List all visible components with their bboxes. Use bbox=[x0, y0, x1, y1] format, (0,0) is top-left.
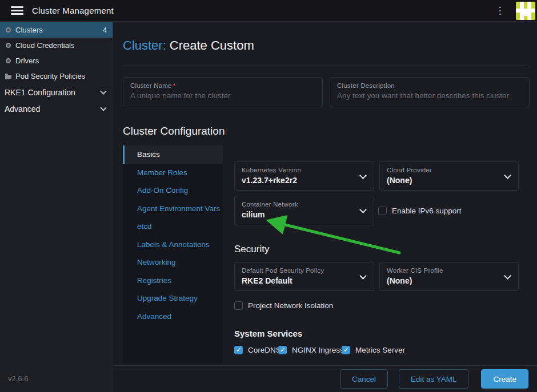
cluster-name-placeholder: A unique name for the cluster bbox=[130, 91, 315, 100]
security-heading: Security bbox=[234, 244, 269, 255]
coredns-label: CoreDNS bbox=[248, 346, 281, 354]
sidebar-item-label: Drivers bbox=[15, 56, 39, 65]
cluster-description-label: Cluster Description bbox=[337, 82, 522, 89]
create-button[interactable]: Create bbox=[481, 369, 528, 389]
credential-icon bbox=[5, 42, 11, 49]
worker-cis-profile-label: Worker CIS Profile bbox=[387, 267, 511, 274]
tab-registries[interactable]: Registries bbox=[123, 272, 223, 290]
page-title-name: Create Custom bbox=[170, 38, 254, 52]
tab-labels-annotations[interactable]: Labels & Annotations bbox=[123, 236, 223, 254]
checkbox-icon bbox=[342, 346, 350, 354]
pod-security-policy-value: RKE2 Default bbox=[242, 276, 367, 285]
kubernetes-version-value: v1.23.7+rke2r2 bbox=[242, 176, 367, 185]
divider bbox=[123, 66, 528, 66]
sidebar-item-label: Cloud Credentials bbox=[15, 41, 74, 50]
checkbox-icon bbox=[234, 301, 243, 310]
nginx-ingress-label: NGINX Ingress bbox=[292, 346, 344, 354]
kubernetes-version-label: Kubernetes Version bbox=[242, 167, 367, 173]
enable-ipv6-checkbox[interactable]: Enable IPv6 support bbox=[378, 207, 462, 215]
metrics-server-checkbox[interactable]: Metrics Server bbox=[342, 346, 405, 354]
tab-basics[interactable]: Basics bbox=[123, 146, 223, 164]
coredns-checkbox[interactable]: CoreDNS bbox=[234, 346, 281, 354]
sidebar-item-label: Clusters bbox=[15, 26, 43, 34]
checkbox-icon bbox=[278, 346, 287, 354]
cloud-provider-select[interactable]: Cloud Provider (None) bbox=[379, 161, 519, 191]
container-network-label: Container Network bbox=[242, 201, 367, 208]
app-title: Cluster Management bbox=[32, 6, 114, 15]
cluster-configuration-heading: Cluster Configuration bbox=[123, 125, 225, 138]
nginx-ingress-checkbox[interactable]: NGINX Ingress bbox=[278, 346, 344, 354]
project-network-isolation-checkbox[interactable]: Project Network Isolation bbox=[234, 301, 333, 310]
config-tab-strip: Basics Member Roles Add-On Config Agent … bbox=[123, 146, 223, 363]
sidebar-group-rke1-configuration[interactable]: RKE1 Configuration bbox=[0, 84, 113, 100]
folder-icon bbox=[5, 73, 11, 80]
sidebar-group-label: RKE1 Configuration bbox=[5, 88, 75, 97]
sidebar-item-pod-security-policies[interactable]: Pod Security Policies bbox=[0, 68, 113, 84]
chevron-down-icon bbox=[100, 88, 106, 94]
top-bar: Cluster Management ⋮ bbox=[0, 0, 537, 22]
sidebar-item-clusters[interactable]: Clusters 4 bbox=[0, 22, 113, 38]
pod-security-policy-label: Default Pod Security Policy bbox=[242, 267, 367, 274]
enable-ipv6-label: Enable IPv6 support bbox=[392, 207, 462, 215]
main-content: Cluster:Create Custom Cluster Name* A un… bbox=[114, 22, 537, 365]
kebab-menu-icon[interactable]: ⋮ bbox=[492, 0, 508, 22]
cluster-icon bbox=[5, 27, 11, 34]
container-network-select[interactable]: Container Network cilium bbox=[234, 196, 374, 225]
cluster-name-input[interactable]: Cluster Name* A unique name for the clus… bbox=[123, 77, 323, 107]
tab-upgrade-strategy[interactable]: Upgrade Strategy bbox=[123, 289, 223, 308]
sidebar-group-advanced[interactable]: Advanced bbox=[0, 100, 113, 117]
tab-add-on-config[interactable]: Add-On Config bbox=[123, 181, 223, 200]
required-asterisk: * bbox=[173, 82, 176, 89]
tab-agent-environment-vars[interactable]: Agent Environment Vars bbox=[123, 200, 223, 218]
sidebar-group-label: Advanced bbox=[5, 104, 40, 114]
clusters-count-badge: 4 bbox=[103, 26, 107, 34]
metrics-server-label: Metrics Server bbox=[355, 346, 405, 354]
page-title: Cluster:Create Custom bbox=[123, 38, 254, 53]
cluster-description-input[interactable]: Cluster Description Any text you want th… bbox=[330, 77, 530, 107]
container-network-value: cilium bbox=[242, 210, 367, 219]
worker-cis-profile-value: (None) bbox=[387, 276, 511, 285]
project-network-isolation-label: Project Network Isolation bbox=[248, 301, 333, 310]
app-version: v2.6.6 bbox=[8, 374, 28, 383]
sidebar-item-drivers[interactable]: Drivers bbox=[0, 53, 113, 68]
pod-security-policy-select[interactable]: Default Pod Security Policy RKE2 Default bbox=[234, 262, 374, 291]
footer-action-bar: Cancel Edit as YAML Create bbox=[114, 365, 537, 392]
system-services-heading: System Services bbox=[234, 329, 302, 338]
tab-networking[interactable]: Networking bbox=[123, 253, 223, 272]
hamburger-menu-icon[interactable] bbox=[11, 6, 23, 15]
cancel-button[interactable]: Cancel bbox=[340, 369, 388, 389]
checkbox-icon bbox=[234, 346, 243, 354]
cluster-description-placeholder: Any text you want that better describes … bbox=[337, 91, 522, 100]
cloud-provider-label: Cloud Provider bbox=[387, 167, 511, 173]
kubernetes-version-select[interactable]: Kubernetes Version v1.23.7+rke2r2 bbox=[234, 161, 374, 191]
tab-advanced[interactable]: Advanced bbox=[123, 308, 223, 326]
sidebar-item-cloud-credentials[interactable]: Cloud Credentials bbox=[0, 38, 113, 53]
edit-as-yaml-button[interactable]: Edit as YAML bbox=[399, 369, 469, 389]
cloud-provider-value: (None) bbox=[387, 176, 511, 185]
sidebar-item-label: Pod Security Policies bbox=[15, 72, 85, 80]
tab-etcd[interactable]: etcd bbox=[123, 217, 223, 236]
page-title-prefix: Cluster: bbox=[123, 38, 166, 52]
worker-cis-profile-select[interactable]: Worker CIS Profile (None) bbox=[379, 262, 519, 291]
user-avatar[interactable] bbox=[516, 2, 535, 20]
cluster-name-label: Cluster Name* bbox=[130, 82, 315, 89]
driver-icon bbox=[5, 58, 11, 64]
tab-member-roles[interactable]: Member Roles bbox=[123, 164, 223, 182]
sidebar-nav: Clusters 4 Cloud Credentials Drivers Pod… bbox=[0, 22, 113, 392]
checkbox-icon bbox=[378, 207, 387, 215]
chevron-down-icon bbox=[100, 104, 106, 111]
